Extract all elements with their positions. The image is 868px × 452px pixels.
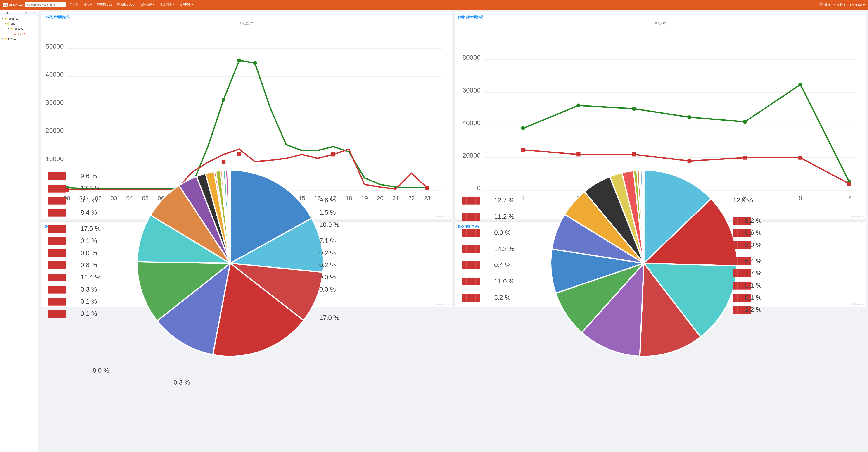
chart-subtitle-2: 星期分布 [458, 22, 862, 25]
svg-text:0.1 %: 0.1 % [81, 197, 97, 204]
sidebar-icons: ⊙ + − ↻ [25, 11, 36, 14]
svg-text:████: ████ [48, 285, 67, 294]
svg-text:0.0 %: 0.0 % [319, 274, 336, 281]
tree-node-open-c3[interactable]: ▼ 📁 open-c3 [0, 16, 38, 21]
svg-text:0.3 %: 0.3 % [81, 286, 97, 293]
folder-icon-private: 📁 [4, 37, 7, 40]
svg-text:5.1 %: 5.1 % [745, 282, 762, 289]
svg-text:50000: 50000 [45, 43, 64, 50]
nav-history[interactable]: 执行历史 ▼ [177, 2, 196, 8]
pie-container-3: ████ 9.6 % ████ 17.5 % ████ 0.1 % ████ 8… [44, 231, 449, 304]
svg-text:████: ████ [48, 184, 67, 192]
nav-right: 管理员 ▼ 连接器 ▼ OPEN-C3 ▼ [818, 3, 865, 7]
sidebar-icon-add[interactable]: + [28, 11, 30, 14]
svg-text:8.2 %: 8.2 % [745, 217, 762, 224]
svg-text:2.0 %: 2.0 % [745, 241, 762, 248]
svg-text:6.4 %: 6.4 % [745, 258, 762, 265]
charts-grid: 代码行数增删情况 时间点分布 0 10000 20000 30000 40000… [41, 12, 866, 307]
folder-icon-open-c3: 📁 [4, 18, 8, 20]
svg-text:████: ████ [48, 225, 67, 233]
tree-label-open-c3: open-c3 [9, 17, 18, 20]
chart-card-4: 提交行数(用户) ████ 12.7 % ████ 11.2 % ████ 0.… [454, 221, 866, 307]
svg-text:12.7 %: 12.7 % [494, 197, 514, 204]
svg-text:████: ████ [48, 310, 67, 318]
svg-text:0.2 %: 0.2 % [319, 249, 336, 257]
svg-text:0.8 %: 0.8 % [81, 262, 97, 269]
tree-node-private[interactable]: ▶ 📁 private [0, 36, 38, 41]
svg-text:40000: 40000 [463, 119, 480, 126]
tree-arrow-ops: ▼ [4, 23, 6, 25]
main-layout: TREE ⊙ + − ↻ ▼ 📁 open-c3 ▼ 📁 ops ▼ 📁 ops… [0, 9, 868, 452]
sidebar-icon-refresh[interactable]: ↻ [34, 11, 36, 14]
svg-text:80000: 80000 [463, 54, 480, 61]
nav-quick[interactable]: 快速执行 ▼ [138, 2, 157, 8]
svg-point-70 [687, 115, 691, 119]
svg-text:████: ████ [462, 213, 480, 221]
nav-co[interactable]: 轻应用[CO] [95, 2, 114, 8]
svg-point-38 [237, 59, 241, 62]
svg-point-71 [743, 120, 747, 124]
sidebar: TREE ⊙ + − ↻ ▼ 📁 open-c3 ▼ 📁 ops ▼ 📁 ops… [0, 9, 38, 452]
search-input[interactable] [25, 2, 66, 7]
tree-node-c3demo[interactable]: ≡ c3_demo [0, 31, 38, 36]
svg-text:0.0 %: 0.0 % [494, 229, 511, 236]
svg-text:14.2 %: 14.2 % [494, 245, 514, 252]
chart-title-1: 代码行数增删情况 [44, 15, 449, 19]
svg-text:11.4 %: 11.4 % [81, 274, 101, 281]
highcharts-credit-4: Highcharts.com [849, 303, 863, 305]
svg-text:████: ████ [48, 273, 67, 282]
svg-text:0.6 %: 0.6 % [745, 229, 762, 236]
svg-text:0.4 %: 0.4 % [494, 262, 511, 269]
nav-history-arrow: ▼ [191, 4, 194, 6]
topnav: C3 OPEN-C3 仪表盘 报告 ▼ 轻应用[CO] 流水线[CI/CD] 快… [0, 0, 868, 9]
svg-text:0.0 %: 0.0 % [319, 286, 336, 293]
nav-items: 仪表盘 报告 ▼ 轻应用[CO] 流水线[CI/CD] 快速执行 ▼ 业务管理 … [67, 2, 817, 8]
nav-reports[interactable]: 报告 ▼ [81, 2, 94, 8]
tree-arrow-opsdev: ▼ [8, 28, 10, 30]
svg-point-72 [798, 83, 802, 86]
svg-text:0.1 %: 0.1 % [81, 298, 97, 305]
sidebar-icon-minus[interactable]: − [31, 11, 33, 14]
logo[interactable]: C3 OPEN-C3 [3, 3, 23, 6]
svg-text:5.2 %: 5.2 % [494, 294, 511, 301]
nav-connector[interactable]: 连接器 ▼ [833, 3, 846, 7]
tree-label-ops: ops [11, 22, 15, 25]
main-content: 代码行数增删情况 时间点分布 0 10000 20000 30000 40000… [38, 9, 868, 452]
svg-text:17.5 %: 17.5 % [81, 225, 101, 232]
chart-title-2: 代码行数增删情况 [458, 15, 862, 19]
svg-text:1.5 %: 1.5 % [319, 209, 336, 216]
svg-text:0.1 %: 0.1 % [81, 310, 97, 318]
svg-text:10.9 %: 10.9 % [319, 221, 339, 228]
svg-text:7.1 %: 7.1 % [319, 237, 336, 245]
folder-icon-ops: 📁 [7, 22, 10, 25]
svg-text:60000: 60000 [463, 87, 480, 94]
sidebar-header: TREE ⊙ + − ↻ [0, 9, 38, 16]
svg-text:0.3 %: 0.3 % [174, 379, 190, 386]
file-icon-c3demo: ≡ [11, 32, 13, 35]
sidebar-icon-locate[interactable]: ⊙ [25, 11, 27, 14]
svg-text:████: ████ [462, 261, 480, 269]
svg-text:0.1 %: 0.1 % [745, 294, 762, 301]
tree-label-c3demo: c3_demo [13, 32, 25, 35]
svg-text:████: ████ [462, 294, 480, 302]
nav-quick-arrow: ▼ [153, 4, 155, 6]
svg-text:11.2 %: 11.2 % [494, 213, 514, 220]
tree-arrow-private: ▶ [2, 37, 3, 40]
app-name: OPEN-C3 [9, 3, 23, 6]
nav-business[interactable]: 业务管理 ▼ [157, 2, 177, 8]
nav-dashboard[interactable]: 仪表盘 [67, 2, 81, 8]
svg-text:████: ████ [48, 261, 67, 269]
nav-cicd[interactable]: 流水线[CI/CD] [115, 2, 138, 8]
tree-label-private: private [8, 37, 16, 40]
svg-text:████: ████ [48, 197, 67, 205]
folder-icon-opsdev: 📁 [10, 27, 13, 30]
svg-point-37 [222, 98, 225, 101]
svg-text:12.9 %: 12.9 % [733, 197, 753, 204]
highcharts-credit-3: Highcharts.com [435, 303, 450, 305]
tree-node-opsdev[interactable]: ▼ 📁 opsdev [0, 26, 38, 31]
tree-node-ops[interactable]: ▼ 📁 ops [0, 21, 38, 26]
svg-text:11.0 %: 11.0 % [494, 278, 514, 285]
nav-admin[interactable]: 管理员 ▼ [818, 3, 831, 7]
logo-icon: C3 [3, 3, 8, 6]
nav-open-c3[interactable]: OPEN-C3 ▼ [848, 3, 865, 6]
